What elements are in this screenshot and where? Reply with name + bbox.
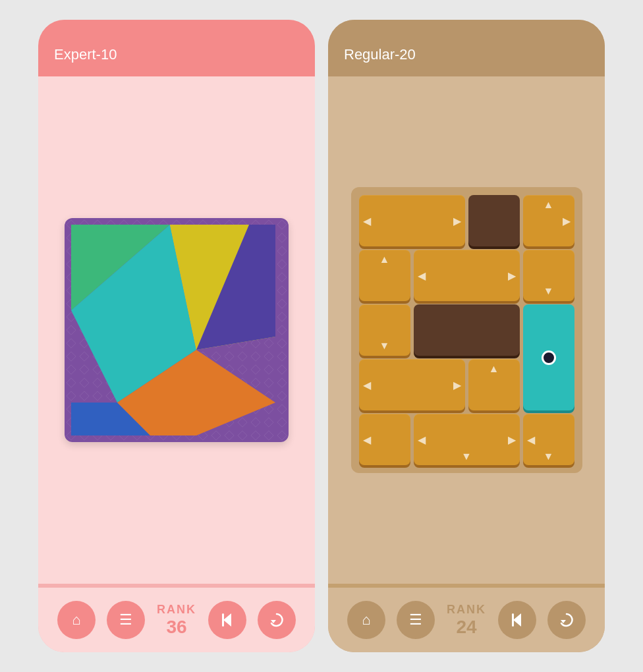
home-icon: ⌂: [72, 611, 80, 629]
right-menu-button[interactable]: ☰: [397, 601, 435, 639]
tile-r1c1[interactable]: ◀ ▶: [359, 195, 465, 246]
right-home-button[interactable]: ⌂: [347, 601, 385, 639]
tile-r1c3[interactable]: [468, 195, 520, 246]
menu-icon: ☰: [409, 611, 422, 629]
puzzle-grid: ◀ ▶ ▲ ▶ ▲ ◀ ▶: [359, 195, 574, 465]
left-rank: RANK 36: [157, 603, 196, 638]
svg-rect-11: [222, 613, 224, 627]
tile-r4c1[interactable]: ◀ ▶: [359, 359, 465, 410]
tile-r5c4[interactable]: ◀ ▼: [523, 414, 574, 465]
arrow-down: ▼: [379, 340, 390, 352]
arrow-right: ▶: [508, 434, 516, 446]
back-icon: [218, 611, 237, 629]
left-footer: ⌂ ☰ RANK 36: [38, 584, 315, 652]
right-back-button[interactable]: [498, 601, 536, 639]
refresh-icon: [557, 611, 576, 629]
arrow-left: ◀: [527, 434, 535, 446]
right-header: Regular-20: [328, 20, 605, 76]
right-phone: Regular-20 ◀ ▶ ▲ ▶ ▲: [328, 20, 605, 652]
tile-teal-eye[interactable]: [523, 304, 574, 410]
arrow-left: ◀: [363, 434, 371, 446]
tile-r3c1[interactable]: ▼: [359, 304, 410, 356]
tile-r2c4[interactable]: ▼: [523, 250, 574, 301]
arrow-down: ▼: [544, 451, 554, 462]
tile-r4c3[interactable]: ▲: [468, 359, 520, 410]
right-rank-number: 24: [447, 617, 486, 638]
right-footer: ⌂ ☰ RANK 24: [328, 584, 605, 652]
right-content: ◀ ▶ ▲ ▶ ▲ ◀ ▶: [328, 76, 605, 584]
left-refresh-button[interactable]: [258, 601, 296, 639]
tangram-puzzle[interactable]: [65, 218, 289, 442]
tile-r2c2[interactable]: ◀ ▶: [414, 250, 520, 301]
svg-marker-13: [513, 613, 521, 627]
left-divider: [38, 584, 315, 588]
home-icon: ⌂: [362, 611, 370, 629]
arrow-down: ▼: [544, 285, 554, 297]
right-rank-label: RANK: [447, 603, 486, 617]
menu-icon: ☰: [119, 611, 132, 629]
tile-r1c4[interactable]: ▲ ▶: [523, 195, 574, 246]
svg-marker-10: [223, 613, 231, 627]
tile-r2c1[interactable]: ▲: [359, 250, 410, 301]
right-divider: [328, 584, 605, 588]
right-refresh-button[interactable]: [547, 601, 586, 639]
arrow-left: ◀: [363, 379, 371, 391]
tile-r5c1[interactable]: ◀: [359, 414, 410, 465]
arrow-right: ▶: [563, 215, 571, 227]
arrow-up: ▲: [379, 254, 390, 266]
arrow-up: ▲: [544, 199, 554, 211]
tile-r3c2[interactable]: [414, 304, 520, 356]
left-home-button[interactable]: ⌂: [57, 601, 96, 639]
arrow-right: ▶: [453, 215, 461, 227]
right-title: Regular-20: [344, 46, 589, 63]
left-phone: Expert-10: [38, 20, 315, 652]
sliding-puzzle[interactable]: ◀ ▶ ▲ ▶ ▲ ◀ ▶: [351, 187, 582, 473]
left-content: [38, 76, 315, 584]
left-title: Expert-10: [54, 46, 299, 63]
right-rank: RANK 24: [447, 603, 486, 638]
left-nav: ⌂ ☰ RANK 36: [38, 601, 315, 639]
left-back-button[interactable]: [208, 601, 246, 639]
right-nav: ⌂ ☰ RANK 24: [328, 601, 605, 639]
left-menu-button[interactable]: ☰: [107, 601, 145, 639]
tile-r5c2[interactable]: ◀ ▶ ▼: [414, 414, 520, 465]
arrow-down: ▼: [461, 451, 472, 462]
arrow-left: ◀: [418, 269, 426, 282]
left-header: Expert-10: [38, 20, 315, 76]
arrow-up: ▲: [489, 363, 499, 375]
back-icon: [508, 611, 526, 629]
left-rank-number: 36: [157, 617, 196, 638]
arrow-left: ◀: [363, 215, 371, 227]
arrow-right: ▶: [453, 379, 461, 391]
refresh-icon: [267, 611, 286, 629]
svg-rect-14: [512, 613, 514, 627]
arrow-left: ◀: [418, 434, 426, 446]
eye-dot: [542, 350, 556, 365]
left-rank-label: RANK: [157, 603, 196, 617]
arrow-right: ▶: [508, 269, 516, 282]
